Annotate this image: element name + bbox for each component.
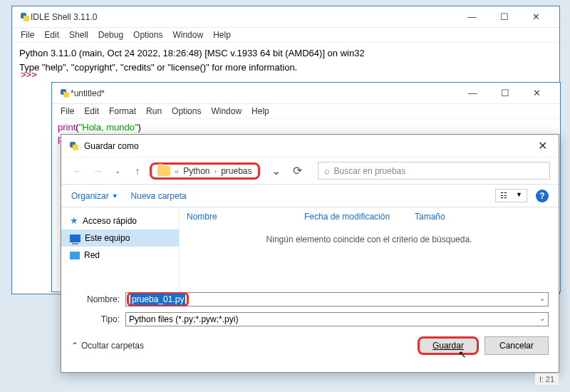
maximize-button[interactable]: ☐: [489, 83, 521, 103]
menu-format[interactable]: Format: [109, 106, 136, 116]
filetype-select[interactable]: Python files (*.py;*.pyw;*.pyi) ⌄: [125, 312, 549, 326]
organize-button[interactable]: Organizar ▼: [71, 191, 118, 201]
breadcrumb-path[interactable]: « Python › pruebas: [150, 163, 260, 180]
star-icon: ★: [70, 215, 78, 226]
menu-window[interactable]: Window: [172, 30, 203, 40]
nav-quick-access[interactable]: ★ Acceso rápido: [61, 212, 179, 229]
menu-file[interactable]: File: [21, 30, 34, 40]
breadcrumb-item[interactable]: Python: [183, 166, 209, 176]
nav-this-pc[interactable]: Este equipo: [61, 229, 179, 247]
menu-help[interactable]: Help: [252, 106, 269, 116]
shell-menubar: File Edit Shell Debug Options Window Hel…: [12, 28, 559, 43]
shell-title: IDLE Shell 3.11.0: [31, 12, 456, 22]
minimize-button[interactable]: —: [457, 83, 489, 103]
filetype-value: Python files (*.py;*.pyw;*.pyi): [129, 314, 238, 324]
window-controls: — ☐ ✕: [456, 7, 552, 27]
dialog-footer: ⌃ Ocultar carpetas Guardar ↖ Cancelar: [61, 329, 559, 362]
chevron-up-icon: ⌃: [71, 341, 78, 351]
navigation-row: ← → ⌄ ↑ « Python › pruebas ⌄ ⟳ ⌕ Buscar …: [61, 158, 559, 184]
dialog-toolbar: Organizar ▼ Nueva carpeta ☷▼ ?: [61, 184, 559, 207]
code-keyword: print: [58, 122, 76, 133]
filetype-row: Tipo: Python files (*.py;*.pyw;*.pyi) ⌄: [61, 309, 559, 329]
save-button[interactable]: Guardar ↖: [418, 336, 479, 355]
filename-label: Nombre:: [71, 294, 120, 304]
save-as-dialog: Guardar como ✕ ← → ⌄ ↑ « Python › prueba…: [61, 134, 559, 373]
col-size[interactable]: Tamaño: [415, 212, 472, 222]
hide-folders-toggle[interactable]: ⌃ Ocultar carpetas: [71, 341, 144, 351]
prompt-gutter: >>>: [21, 69, 37, 81]
shell-prompt: >>>: [21, 69, 37, 80]
empty-message: Ningún elemento coincide con el criterio…: [180, 234, 559, 244]
filename-row: Nombre: prueba_01.py ⌄: [61, 289, 559, 309]
cursor-icon: ↖: [458, 349, 467, 360]
menu-edit[interactable]: Edit: [44, 30, 59, 40]
editor-menubar: File Edit Format Run Options Window Help: [52, 104, 560, 119]
col-date[interactable]: Fecha de modificación: [304, 212, 415, 222]
dropdown-history-icon[interactable]: ⌄: [110, 167, 125, 175]
shell-titlebar: IDLE Shell 3.11.0 — ☐ ✕: [12, 6, 559, 28]
shell-output-area[interactable]: Python 3.11.0 (main, Oct 24 2022, 18:26:…: [12, 43, 559, 80]
search-input[interactable]: ⌕ Buscar en pruebas: [318, 162, 550, 180]
menu-window[interactable]: Window: [211, 106, 242, 116]
python-icon: [68, 140, 80, 152]
help-icon[interactable]: ?: [536, 190, 549, 202]
dialog-titlebar: Guardar como ✕: [61, 135, 559, 158]
python-icon: [59, 88, 71, 99]
menu-shell[interactable]: Shell: [69, 30, 88, 40]
nav-label: Acceso rápido: [83, 216, 137, 226]
search-icon: ⌕: [324, 165, 330, 176]
dialog-title-text: Guardar como: [84, 141, 139, 151]
shell-line2: Type "help", "copyright", "credits" or "…: [19, 62, 297, 73]
folder-icon: [157, 166, 170, 176]
new-folder-button[interactable]: Nueva carpeta: [131, 191, 187, 201]
menu-file[interactable]: File: [61, 106, 74, 116]
column-headers: Nombre Fecha de modificación Tamaño: [180, 210, 559, 223]
window-controls: — ☐ ✕: [457, 83, 553, 103]
file-browser-area: ★ Acceso rápido Este equipo Red Nombre F…: [61, 207, 559, 289]
refresh-icon[interactable]: ⟳: [289, 164, 306, 177]
hide-folders-label: Ocultar carpetas: [81, 341, 144, 351]
python-icon: [19, 11, 31, 23]
menu-options[interactable]: Options: [172, 106, 201, 116]
network-icon: [70, 252, 80, 259]
breadcrumb-arrow-icon: ›: [214, 167, 217, 175]
code-string: "Hola, mundo": [79, 122, 138, 133]
menu-run[interactable]: Run: [146, 106, 162, 116]
search-placeholder: Buscar en pruebas: [334, 166, 406, 176]
nav-label: Este equipo: [85, 233, 130, 243]
up-arrow-icon[interactable]: ↑: [130, 165, 145, 177]
menu-help[interactable]: Help: [213, 30, 231, 40]
col-name[interactable]: Nombre: [187, 212, 304, 222]
pc-icon: [70, 234, 81, 242]
menu-debug[interactable]: Debug: [98, 30, 123, 40]
path-dropdown-icon[interactable]: ⌄: [271, 164, 281, 177]
breadcrumb-item[interactable]: pruebas: [221, 166, 252, 176]
view-mode-icon: ☷: [496, 190, 512, 202]
chevron-down-icon: ▼: [512, 190, 527, 202]
maximize-button[interactable]: ☐: [488, 7, 520, 27]
nav-label: Red: [84, 250, 100, 260]
view-toggle[interactable]: ☷▼: [495, 189, 527, 202]
file-list-pane[interactable]: Nombre Fecha de modificación Tamaño Ning…: [179, 207, 559, 289]
close-icon[interactable]: ✕: [534, 139, 551, 153]
forward-arrow-icon[interactable]: →: [90, 165, 105, 177]
dropdown-icon[interactable]: ⌄: [539, 294, 545, 302]
status-bar: l: 21: [535, 373, 559, 385]
close-button[interactable]: ✕: [521, 83, 553, 103]
filetype-label: Tipo:: [71, 314, 120, 324]
navigation-pane: ★ Acceso rápido Este equipo Red: [61, 207, 179, 289]
breadcrumb-sep: «: [175, 167, 179, 175]
editor-titlebar: *untitled* — ☐ ✕: [52, 83, 560, 104]
editor-title: *untitled*: [71, 88, 457, 98]
menu-options[interactable]: Options: [133, 30, 162, 40]
minimize-button[interactable]: —: [456, 7, 488, 27]
filename-input[interactable]: prueba_01.py ⌄: [125, 292, 549, 306]
filename-value: prueba_01.py: [130, 294, 185, 305]
shell-line1: Python 3.11.0 (main, Oct 24 2022, 18:26:…: [19, 48, 365, 58]
dropdown-icon[interactable]: ⌄: [539, 314, 545, 322]
close-button[interactable]: ✕: [520, 7, 552, 27]
nav-network[interactable]: Red: [61, 247, 179, 264]
back-arrow-icon[interactable]: ←: [70, 165, 86, 177]
menu-edit[interactable]: Edit: [84, 106, 99, 116]
cancel-button[interactable]: Cancelar: [484, 336, 549, 355]
